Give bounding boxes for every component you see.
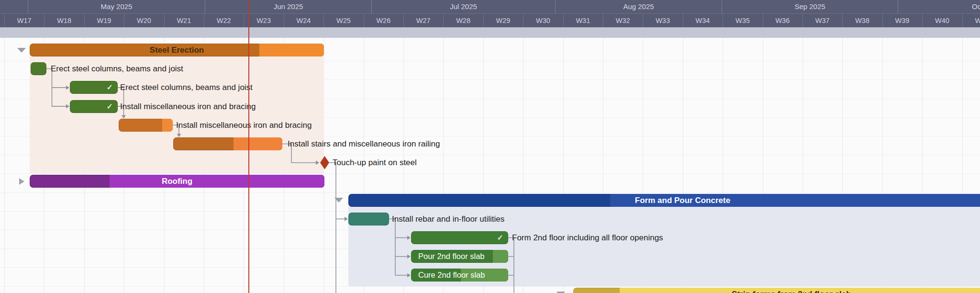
bar-label-roofing: Roofing bbox=[30, 175, 324, 188]
week-cell-W27: W27 bbox=[408, 14, 439, 27]
week-cell-W39: W39 bbox=[887, 14, 918, 27]
gantt-chart-app: Steel ErectionErect steel columns, beams… bbox=[0, 0, 980, 293]
task-bar-form-2nd-floor[interactable]: ✓ bbox=[411, 231, 508, 244]
week-cell-W40: W40 bbox=[927, 14, 958, 27]
week-separator bbox=[842, 14, 843, 27]
week-separator bbox=[922, 14, 923, 27]
week-cell-W38: W38 bbox=[847, 14, 878, 27]
week-separator bbox=[364, 14, 364, 27]
week-cell-W24: W24 bbox=[289, 14, 319, 27]
week-cell-W41: W41 bbox=[967, 14, 980, 27]
week-cell-W37: W37 bbox=[807, 14, 838, 27]
disclosure-collapsed-icon-roofing[interactable] bbox=[19, 178, 24, 185]
week-cell-W23: W23 bbox=[248, 14, 279, 27]
week-separator bbox=[683, 14, 683, 27]
week-separator bbox=[443, 14, 444, 27]
task-label-touch-up-paint: Touch-up paint on steel bbox=[333, 156, 417, 169]
bar-label-steel-erection: Steel Erection bbox=[30, 44, 324, 56]
week-separator bbox=[802, 14, 803, 27]
week-separator bbox=[4, 14, 5, 27]
summary-bar-strip-forms[interactable]: Strip forms from 2nd floor slab bbox=[573, 288, 980, 293]
week-cell-W36: W36 bbox=[767, 14, 798, 27]
task-bar-erect-steel-parent[interactable] bbox=[31, 62, 46, 75]
week-separator bbox=[204, 14, 204, 27]
disclosure-expanded-icon-form-pour-concrete[interactable] bbox=[334, 198, 343, 203]
task-label-install-rebar: Install rebar and in-floor utilities bbox=[392, 213, 504, 225]
week-separator bbox=[323, 14, 324, 27]
month-cell-Jul 2025: Jul 2025 bbox=[372, 0, 556, 13]
week-cell-W34: W34 bbox=[688, 14, 718, 27]
task-bar-install-misc-iron-2[interactable] bbox=[119, 119, 173, 132]
week-cell-W35: W35 bbox=[727, 14, 758, 27]
task-label-install-misc-iron-1: Install miscellaneous iron and bracing bbox=[120, 100, 256, 113]
task-bar-cure-2nd-floor[interactable]: Cure 2nd floor slab bbox=[411, 269, 508, 282]
checkmark-icon: ✓ bbox=[107, 100, 113, 113]
task-bar-install-stairs[interactable] bbox=[173, 137, 282, 150]
checkmark-icon: ✓ bbox=[107, 81, 113, 94]
week-cell-W33: W33 bbox=[647, 14, 678, 27]
summary-bar-form-pour-concrete[interactable]: Form and Pour Concrete bbox=[348, 194, 980, 207]
week-separator bbox=[523, 14, 523, 27]
month-cell-prev bbox=[0, 0, 28, 13]
summary-bar-roofing[interactable]: Roofing bbox=[30, 175, 324, 188]
row-separator bbox=[0, 192, 980, 193]
week-cell-W32: W32 bbox=[608, 14, 638, 27]
week-cell-W21: W21 bbox=[168, 14, 199, 27]
week-cell-W17: W17 bbox=[9, 14, 40, 27]
task-bar-install-rebar[interactable] bbox=[348, 213, 389, 225]
header-divider-strip bbox=[0, 27, 980, 38]
week-separator bbox=[403, 14, 404, 27]
task-label-install-stairs: Install stairs and miscellaneous iron ra… bbox=[288, 137, 440, 150]
week-cell-W25: W25 bbox=[328, 14, 359, 27]
task-bar-pour-2nd-floor[interactable]: Pour 2nd floor slab bbox=[411, 250, 508, 263]
week-separator bbox=[483, 14, 484, 27]
week-cell-W31: W31 bbox=[568, 14, 598, 27]
disclosure-expanded-icon-steel-erection[interactable] bbox=[17, 48, 26, 53]
task-bar-remaining-segment bbox=[162, 119, 173, 132]
checkmark-icon: ✓ bbox=[497, 231, 503, 244]
week-separator bbox=[44, 14, 45, 27]
month-cell-Oct 2025: Oct 2025 bbox=[898, 0, 980, 13]
bar-label-pour-2nd-floor: Pour 2nd floor slab bbox=[411, 250, 508, 263]
week-cell-W29: W29 bbox=[488, 14, 519, 27]
week-separator bbox=[603, 14, 603, 27]
month-cell-May 2025: May 2025 bbox=[28, 0, 205, 13]
task-bar-remaining-segment bbox=[234, 137, 282, 150]
week-gridline bbox=[4, 38, 5, 293]
week-separator bbox=[164, 14, 165, 27]
week-cell-W22: W22 bbox=[209, 14, 239, 27]
row-separator bbox=[0, 286, 980, 287]
bar-label-form-pour-concrete: Form and Pour Concrete bbox=[348, 194, 980, 207]
week-cell-W28: W28 bbox=[448, 14, 479, 27]
week-separator bbox=[643, 14, 643, 27]
task-label-form-2nd-floor: Form 2nd floor including all floor openi… bbox=[512, 231, 663, 244]
today-line bbox=[248, 0, 249, 293]
week-separator bbox=[563, 14, 564, 27]
task-bar-erect-steel[interactable]: ✓ bbox=[70, 81, 118, 94]
week-separator bbox=[84, 14, 85, 27]
task-label-install-misc-iron-2: Install miscellaneous iron and bracing bbox=[176, 119, 312, 132]
week-cell-W20: W20 bbox=[129, 14, 159, 27]
week-separator bbox=[244, 14, 244, 27]
week-cell-W30: W30 bbox=[528, 14, 558, 27]
task-label-erect-steel-parent: Erect steel columns, beams and joist bbox=[51, 62, 183, 75]
bar-label-strip-forms: Strip forms from 2nd floor slab bbox=[573, 288, 980, 293]
month-cell-Sep 2025: Sep 2025 bbox=[722, 0, 898, 13]
week-separator bbox=[882, 14, 883, 27]
week-separator bbox=[124, 14, 124, 27]
row-separator bbox=[0, 173, 980, 174]
week-separator bbox=[723, 14, 723, 27]
bar-label-cure-2nd-floor: Cure 2nd floor slab bbox=[411, 269, 508, 282]
month-cell-Jun 2025: Jun 2025 bbox=[205, 0, 372, 13]
week-separator bbox=[962, 14, 963, 27]
month-cell-Aug 2025: Aug 2025 bbox=[556, 0, 722, 13]
task-bar-install-misc-iron-1[interactable]: ✓ bbox=[70, 100, 118, 113]
summary-bar-steel-erection[interactable]: Steel Erection bbox=[30, 44, 324, 56]
task-label-erect-steel: Erect steel columns, beams and joist bbox=[120, 81, 253, 94]
week-separator bbox=[284, 14, 284, 27]
week-separator bbox=[763, 14, 763, 27]
week-cell-W26: W26 bbox=[368, 14, 399, 27]
week-cell-W19: W19 bbox=[89, 14, 120, 27]
week-cell-W18: W18 bbox=[49, 14, 79, 27]
